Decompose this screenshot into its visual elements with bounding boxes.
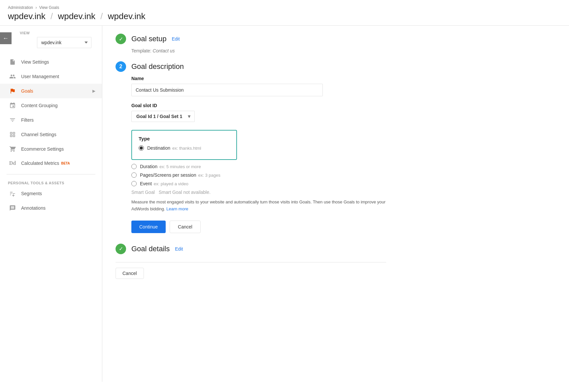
smart-goal-unavailable: Smart Goal not available. xyxy=(159,190,211,195)
radio-event-example: ex: played a video xyxy=(154,181,188,186)
grid-icon xyxy=(8,131,17,138)
goal-setup-header: ✓ Goal setup Edit xyxy=(116,34,386,44)
sidebar-item-annotations[interactable]: Annotations xyxy=(0,201,102,215)
bottom-cancel-button[interactable]: Cancel xyxy=(116,268,144,279)
goal-details-header: ✓ Goal details Edit xyxy=(116,244,386,254)
view-selector[interactable]: wpdev.ink xyxy=(37,37,91,48)
radio-destination-example: ex: thanks.html xyxy=(172,146,201,151)
sidebar-item-view-settings[interactable]: View Settings xyxy=(0,55,102,69)
filter-icon xyxy=(8,117,17,123)
check-symbol: ✓ xyxy=(119,36,123,42)
smart-goal-label: Smart Goal xyxy=(131,190,155,195)
smart-goal-text: Smart Goal Smart Goal not available. xyxy=(131,190,386,195)
radio-event-input[interactable] xyxy=(131,181,137,186)
goal-description-title: Goal description xyxy=(131,62,184,71)
radio-duration-label: Duration xyxy=(140,164,157,169)
sidebar-item-goals[interactable]: Goals ▶ xyxy=(0,84,102,98)
back-button[interactable]: ← xyxy=(0,32,12,44)
radio-destination-input[interactable] xyxy=(139,145,144,151)
breadcrumb-admin: Administration xyxy=(8,5,33,10)
sidebar-item-label-calculated-metrics: Calculated Metrics xyxy=(21,161,59,166)
page-title-sub2: wpdev.ink xyxy=(108,11,146,21)
goal-type-box: Type Destination ex: thanks.html xyxy=(131,130,237,160)
sidebar-item-channel-settings[interactable]: Channel Settings xyxy=(0,127,102,142)
main-layout: ← VIEW wpdev.ink View Settings User Mana… xyxy=(0,26,569,382)
bottom-divider xyxy=(116,262,386,262)
breadcrumb-view-goals: View Goals xyxy=(39,5,59,10)
view-label: VIEW xyxy=(0,31,102,37)
goal-details-check-icon: ✓ xyxy=(116,244,126,254)
radio-event-label: Event xyxy=(140,181,152,186)
goal-setup-title: Goal setup xyxy=(131,35,166,43)
sidebar-item-label-view-settings: View Settings xyxy=(21,59,49,65)
annotations-icon xyxy=(8,205,17,211)
radio-pages-screens: Pages/Screens per session ex: 3 pages xyxy=(131,172,386,178)
sidebar-item-ecommerce-settings[interactable]: Ecommerce Settings xyxy=(0,142,102,156)
sidebar-item-label-filters: Filters xyxy=(21,117,34,123)
radio-pages-screens-example: ex: 3 pages xyxy=(198,173,220,178)
sidebar-item-segments[interactable]: Segments xyxy=(0,186,102,201)
nav-arrow-goals: ▶ xyxy=(92,89,95,93)
cancel-button[interactable]: Cancel xyxy=(170,221,201,233)
sidebar-item-label-content-grouping: Content Grouping xyxy=(21,103,58,108)
goal-slot-wrapper: Goal Id 1 / Goal Set 1 Goal Id 2 / Goal … xyxy=(131,111,195,122)
template-prefix: Template: xyxy=(131,48,151,53)
flag-icon xyxy=(8,88,17,94)
personal-section-label: PERSONAL TOOLS & ASSETS xyxy=(0,178,102,186)
radio-destination: Destination ex: thanks.html xyxy=(139,145,230,151)
page-title-sub1: wpdev.ink xyxy=(58,11,95,21)
goal-details-section: ✓ Goal details Edit xyxy=(116,244,386,254)
segments-icon xyxy=(8,190,17,197)
radio-pages-screens-label: Pages/Screens per session xyxy=(140,172,196,178)
beta-badge: BETA xyxy=(61,162,70,165)
goal-description-header: 2 Goal description xyxy=(116,61,386,72)
slash2: / xyxy=(100,11,103,21)
sidebar-item-label-annotations: Annotations xyxy=(21,205,46,211)
goal-description-section: 2 Goal description Name Goal slot ID Goa… xyxy=(116,61,386,233)
goal-details-edit-link[interactable]: Edit xyxy=(175,246,183,252)
check-symbol-details: ✓ xyxy=(119,246,123,252)
sidebar-item-user-management[interactable]: User Management xyxy=(0,69,102,84)
goal-slot-label: Goal slot ID xyxy=(131,103,386,108)
goal-setup-check-icon: ✓ xyxy=(116,34,126,44)
goal-setup-section: ✓ Goal setup Edit Template: Contact us xyxy=(116,34,386,53)
goal-details-title: Goal details xyxy=(131,245,170,253)
dd-icon: Dd xyxy=(8,160,17,166)
action-buttons: Continue Cancel xyxy=(131,221,386,233)
learn-more-link[interactable]: Learn more xyxy=(166,206,188,211)
sidebar-item-label-goals: Goals xyxy=(21,88,33,94)
goal-name-input[interactable] xyxy=(131,84,323,96)
extra-radio-options: Duration ex: 5 minutes or more Pages/Scr… xyxy=(131,164,386,195)
name-field-label: Name xyxy=(131,76,386,81)
file-icon xyxy=(8,59,17,65)
users-icon xyxy=(8,73,17,80)
sidebar-item-label-segments: Segments xyxy=(21,191,42,196)
sidebar-item-filters[interactable]: Filters xyxy=(0,113,102,127)
main-content: ✓ Goal setup Edit Template: Contact us 2… xyxy=(102,26,399,382)
section-divider xyxy=(7,174,95,174)
breadcrumb-separator: › xyxy=(35,5,37,10)
type-label: Type xyxy=(139,136,230,141)
sidebar-item-content-grouping[interactable]: Content Grouping xyxy=(0,98,102,113)
nav-section: View Settings User Management Goals ▶ xyxy=(0,55,102,215)
back-arrow-icon: ← xyxy=(3,35,9,42)
radio-pages-screens-input[interactable] xyxy=(131,172,137,178)
radio-duration-input[interactable] xyxy=(131,164,137,169)
radio-duration: Duration ex: 5 minutes or more xyxy=(131,164,386,169)
header: Administration › View Goals wpdev.ink / … xyxy=(0,0,569,26)
cart-icon xyxy=(8,146,17,152)
sidebar-item-calculated-metrics[interactable]: Dd Calculated Metrics BETA xyxy=(0,156,102,170)
continue-button[interactable]: Continue xyxy=(131,221,166,233)
sidebar-item-label-ecommerce-settings: Ecommerce Settings xyxy=(21,146,64,152)
goal-setup-edit-link[interactable]: Edit xyxy=(172,36,180,42)
radio-event: Event ex: played a video xyxy=(131,181,386,186)
radio-duration-example: ex: 5 minutes or more xyxy=(159,164,201,169)
step-number-2: 2 xyxy=(116,61,126,72)
page-title-main: wpdev.ink xyxy=(8,11,46,21)
template-value: Contact us xyxy=(153,48,175,53)
goal-slot-select[interactable]: Goal Id 1 / Goal Set 1 Goal Id 2 / Goal … xyxy=(131,111,195,122)
sidebar: ← VIEW wpdev.ink View Settings User Mana… xyxy=(0,26,102,382)
breadcrumb: Administration › View Goals xyxy=(8,5,561,10)
goal-setup-template: Template: Contact us xyxy=(131,48,386,53)
sidebar-item-label-channel-settings: Channel Settings xyxy=(21,132,56,137)
